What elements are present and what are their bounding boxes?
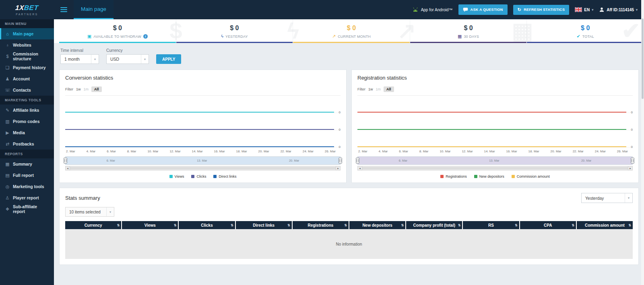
ask-question-button[interactable]: ASK A QUESTION <box>458 4 508 15</box>
card-icon: ▦ <box>458 34 462 39</box>
chart-navigator[interactable]: 6. Mar13. Mar20. Mar <box>65 156 341 165</box>
chart-range-button[interactable]: 1w <box>76 87 81 91</box>
chart-band: 0 <box>357 130 633 148</box>
navigator-handle-left[interactable] <box>356 158 359 164</box>
sidebar-item[interactable]: $ Commission structure <box>0 51 54 62</box>
sidebar-item[interactable]: ♙ Player report <box>0 192 54 203</box>
sidebar-item-label: Postbacks <box>13 141 34 146</box>
sort-icon[interactable]: ⇅ <box>117 223 120 227</box>
sort-icon[interactable]: ⇅ <box>287 223 290 227</box>
sidebar-item-label: Media <box>13 130 25 135</box>
chevron-down-icon: ▾ <box>141 55 149 64</box>
apply-button[interactable]: APPLY <box>156 54 181 64</box>
table-header-cell[interactable]: CPA ⇅ <box>520 221 577 229</box>
sort-icon[interactable]: ⇅ <box>515 223 518 227</box>
sort-icon[interactable]: ⇅ <box>401 223 404 227</box>
chart-navigator[interactable]: 6. Mar13. Mar20. Mar <box>357 156 633 165</box>
sidebar-item-icon: ⌂ <box>5 31 10 36</box>
sidebar-item[interactable]: ▶ Media <box>0 127 54 138</box>
card-label: YESTERDAY <box>225 35 248 39</box>
sidebar-item-icon: ▶ <box>5 130 10 135</box>
sidebar-item[interactable]: ❏ Payment history <box>0 62 54 73</box>
sidebar-item[interactable]: ♁ Websites <box>0 39 54 51</box>
sidebar-item[interactable]: ⌂ Main page <box>0 28 54 39</box>
chart-scrollbar[interactable]: ◂ ▸ <box>65 166 341 170</box>
x-axis-label: 20. Mar <box>258 150 269 153</box>
stat-card[interactable]: $ 0 ▣ AVAILABLE TO WITHDRAW i $ <box>59 19 176 43</box>
x-axis-label: 14. Mar <box>484 150 495 153</box>
navigator-handle-left[interactable] <box>64 158 67 164</box>
scroll-left-icon[interactable]: ◂ <box>65 166 70 170</box>
sort-icon[interactable]: ⇅ <box>174 223 177 227</box>
scroll-right-icon[interactable]: ▸ <box>336 166 341 170</box>
chart-range-button[interactable]: 1m <box>376 87 381 91</box>
chart-range-button[interactable]: All <box>91 86 102 92</box>
x-axis-label: 4. Mar <box>379 150 388 153</box>
x-axis-label: 18. Mar <box>236 150 247 153</box>
navigator-handle-right[interactable] <box>631 158 634 164</box>
logo[interactable]: 1XBET PARTNERS <box>0 0 54 19</box>
info-icon[interactable]: i <box>143 34 148 39</box>
legend-item[interactable]: Views <box>169 174 184 178</box>
sidebar-item[interactable]: ☏ Contacts <box>0 84 54 96</box>
sidebar-item[interactable]: ⇄ Postbacks <box>0 138 54 150</box>
sidebar-item[interactable]: ❖ Sub-affiliate report <box>0 203 54 215</box>
page-title-tab[interactable]: Main page <box>74 0 114 19</box>
time-interval-select[interactable]: 1 month ▾ <box>60 54 99 64</box>
sort-icon[interactable]: ⇅ <box>628 223 631 227</box>
aff-id-menu[interactable]: Aff ID:1114145 ▾ <box>599 7 638 12</box>
sidebar-item[interactable]: ♟ Account <box>0 73 54 84</box>
currency-select[interactable]: USD ▾ <box>106 54 149 64</box>
stat-card[interactable]: $ 0 ϟ YESTERDAY ϟ <box>176 19 293 43</box>
stat-card[interactable]: $ 0 ✔ TOTAL ✔ <box>527 19 644 43</box>
sidebar-item[interactable]: ▤ Full report <box>0 170 54 181</box>
language-selector[interactable]: EN ▾ <box>575 7 593 12</box>
sidebar-item[interactable]: ▥ Promo codes <box>0 116 54 127</box>
sort-icon[interactable]: ⇅ <box>458 223 461 227</box>
legend-item[interactable]: Clicks <box>191 174 206 178</box>
stat-card[interactable]: $ 0 ↗ CURRENT MONTH ↗ <box>293 19 410 43</box>
column-label: Currency <box>85 223 102 228</box>
period-select[interactable]: Yesterday ▾ <box>581 193 633 203</box>
chart-panels: Conversion statistics Filter 1w1mAll 0 <box>54 70 644 183</box>
sidebar-item[interactable]: ✎ Affiliate links <box>0 105 54 116</box>
sidebar-item-icon: ♟ <box>5 76 10 82</box>
table-header-cell[interactable]: Views ⇅ <box>122 221 179 229</box>
sidebar-item[interactable]: ◎ Marketing tools <box>0 181 54 192</box>
table-header-cell[interactable]: RS ⇅ <box>463 221 520 229</box>
columns-select[interactable]: 10 items selected ▾ <box>65 207 114 217</box>
chart-scrollbar[interactable]: ◂ ▸ <box>357 166 633 170</box>
table-header-cell[interactable]: Clicks ⇅ <box>179 221 235 229</box>
legend-item[interactable]: Commission amount <box>512 174 550 178</box>
sort-icon[interactable]: ⇅ <box>572 223 574 227</box>
scroll-left-icon[interactable]: ◂ <box>357 166 362 170</box>
card-watermark-icon: ✔ <box>621 19 640 44</box>
scrollbar-track[interactable] <box>362 166 628 170</box>
table-header-cell[interactable]: Commission amount ⇅ <box>577 221 633 229</box>
legend-item[interactable]: New depositors <box>474 174 504 178</box>
page-scrollbar[interactable] <box>641 0 644 285</box>
table-header-cell[interactable]: Company profit (total) ⇅ <box>406 221 463 229</box>
scrollbar-track[interactable] <box>70 166 336 170</box>
chart-range-button[interactable]: 1w <box>368 87 373 91</box>
app-for-android-link[interactable]: App for Android™ <box>412 7 453 12</box>
x-axis-label: 12. Mar <box>462 150 473 153</box>
legend-item[interactable]: Direct links <box>213 174 236 178</box>
refresh-statistics-button[interactable]: ↻ REFRESH STATISTICS <box>513 5 570 15</box>
table-header-cell[interactable]: Currency ⇅ <box>65 221 122 229</box>
sort-icon[interactable]: ⇅ <box>231 223 233 227</box>
sidebar-item[interactable]: ▦ Summary <box>0 158 54 170</box>
sort-icon[interactable]: ⇅ <box>344 223 347 227</box>
legend-item[interactable]: Registrations <box>440 174 467 178</box>
table-header-cell[interactable]: Registrations ⇅ <box>293 221 349 229</box>
chart-range-button[interactable]: All <box>384 86 394 92</box>
navigator-handle-right[interactable] <box>339 158 342 164</box>
hamburger-icon[interactable] <box>60 6 67 13</box>
table-header-cell[interactable]: Direct links ⇅ <box>236 221 293 229</box>
table-header-cell[interactable]: New depositors ⇅ <box>349 221 406 229</box>
scroll-right-icon[interactable]: ▸ <box>628 166 633 170</box>
page-scrollbar-thumb[interactable] <box>642 18 644 99</box>
conversion-statistics-panel: Conversion statistics Filter 1w1mAll 0 <box>59 70 347 183</box>
stat-card[interactable]: $ 0 ▦ 30 DAYS ▦ <box>410 19 527 43</box>
chart-range-button[interactable]: 1m <box>84 87 89 91</box>
